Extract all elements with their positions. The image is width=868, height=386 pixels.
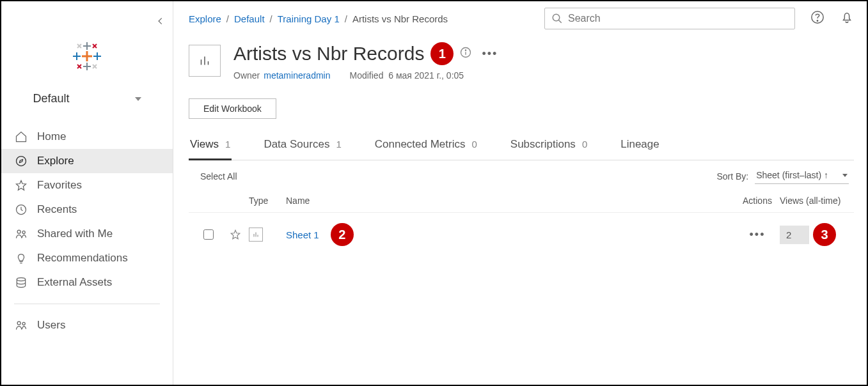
title-line: Artists vs Nbr Records 1 •••	[233, 42, 501, 65]
row-name-link[interactable]: Sheet 1	[286, 229, 319, 240]
nav-users[interactable]: Users	[1, 313, 173, 337]
nav-list-admin: Users	[1, 313, 173, 337]
svg-point-24	[22, 322, 25, 325]
info-icon[interactable]	[460, 47, 471, 61]
owner-link[interactable]: metamineradmin	[264, 70, 330, 81]
workbook-meta: Ownermetamineradmin Modified 6 мая 2021 …	[233, 70, 501, 81]
svg-point-28	[817, 20, 817, 21]
list-header: Type Name Actions Views (all-time)	[189, 189, 854, 212]
search-input[interactable]	[568, 13, 788, 24]
tab-count: 0	[471, 139, 477, 150]
nav-favorites[interactable]: Favorites	[1, 173, 173, 197]
nav-label: Favorites	[37, 179, 82, 192]
nav-label: Home	[37, 130, 66, 143]
annotation-badge-3: 3	[813, 223, 836, 246]
tab-label: Views	[190, 138, 219, 151]
tab-count: 1	[225, 139, 230, 150]
nav-explore[interactable]: Explore	[1, 149, 173, 173]
select-all-link[interactable]: Select All	[194, 171, 237, 181]
help-icon[interactable]	[810, 10, 825, 27]
tab-count: 0	[582, 139, 587, 150]
svg-point-25	[553, 14, 560, 21]
nav-label: External Assets	[37, 276, 112, 289]
row-checkbox[interactable]	[203, 229, 214, 240]
star-icon	[14, 179, 28, 192]
modified-label: Modified	[350, 70, 384, 81]
shared-icon	[14, 228, 28, 240]
breadcrumb-link[interactable]: Explore	[189, 13, 221, 24]
tab-label: Data Sources	[264, 138, 329, 151]
nav-separator	[14, 304, 160, 304]
nav-list: Home Explore Favorites Recents Shared wi…	[1, 125, 173, 295]
tabs: Views1 Data Sources1 Connected Metrics0 …	[189, 138, 854, 160]
nav-label: Shared with Me	[37, 228, 113, 240]
tab-label: Lineage	[620, 138, 659, 151]
clock-icon	[14, 203, 28, 216]
col-name-header: Name	[286, 196, 735, 206]
nav-label: Explore	[37, 155, 74, 167]
nav-recents[interactable]: Recents	[1, 197, 173, 222]
sort-control: Sort By: Sheet (first–last) ↑	[716, 168, 849, 184]
svg-point-34	[466, 50, 466, 50]
nav-label: Recents	[37, 203, 77, 216]
tab-datasources[interactable]: Data Sources1	[262, 138, 342, 160]
more-actions-icon[interactable]: •••	[478, 47, 501, 61]
site-label: Default	[33, 92, 69, 105]
svg-point-22	[17, 278, 25, 281]
nav-recommendations[interactable]: Recommendations	[1, 246, 173, 270]
bulb-icon	[14, 252, 28, 265]
collapse-sidebar-icon[interactable]	[156, 14, 165, 31]
breadcrumb-link[interactable]: Training Day 1	[278, 13, 340, 24]
sort-label: Sort By:	[716, 171, 748, 181]
tab-count: 1	[336, 139, 341, 150]
nav-shared[interactable]: Shared with Me	[1, 222, 173, 246]
nav-external[interactable]: External Assets	[1, 270, 173, 295]
sidebar: Default Home Explore Favorites Recents S…	[1, 1, 173, 385]
col-type-header: Type	[249, 196, 286, 206]
caret-down-icon	[842, 174, 848, 177]
col-actions-header: Actions	[735, 196, 780, 206]
breadcrumb-current: Artists vs Nbr Records	[352, 13, 448, 24]
row-views-value: 2	[780, 226, 809, 244]
caret-down-icon	[135, 97, 141, 101]
svg-point-21	[22, 231, 25, 233]
col-views-header: Views (all-time)	[780, 196, 849, 206]
row-actions-icon[interactable]: •••	[750, 228, 766, 241]
main-content: Explore/ Default/ Training Day 1/ Artist…	[173, 1, 867, 385]
nav-home[interactable]: Home	[1, 125, 173, 149]
tab-label: Connected Metrics	[375, 138, 466, 151]
workbook-header: Artists vs Nbr Records 1 ••• Ownermetami…	[189, 42, 854, 81]
modified-value: 6 мая 2021 г., 0:05	[388, 70, 464, 81]
tab-views[interactable]: Views1	[189, 138, 232, 160]
workbook-thumb-icon	[189, 45, 221, 77]
notifications-icon[interactable]	[840, 10, 854, 27]
svg-point-20	[17, 230, 20, 233]
edit-workbook-button[interactable]: Edit Workbook	[189, 98, 276, 119]
list-controls: Select All Sort By: Sheet (first–last) ↑	[189, 160, 854, 189]
search-icon	[551, 13, 563, 24]
sort-value: Sheet (first–last) ↑	[756, 170, 828, 180]
tab-lineage[interactable]: Lineage	[619, 138, 661, 160]
owner-label: Owner	[233, 70, 260, 81]
topbar-right	[544, 8, 854, 29]
tab-metrics[interactable]: Connected Metrics0	[374, 138, 478, 160]
svg-point-23	[17, 321, 20, 325]
site-picker[interactable]: Default	[14, 92, 160, 105]
users-icon	[14, 319, 28, 332]
database-icon	[14, 276, 28, 289]
tableau-logo	[1, 41, 173, 74]
breadcrumb-link[interactable]: Default	[234, 13, 265, 24]
compass-icon	[14, 155, 28, 167]
annotation-badge-1: 1	[430, 42, 454, 65]
search-box[interactable]	[544, 8, 795, 29]
home-icon	[14, 130, 28, 143]
tab-label: Subscriptions	[510, 138, 576, 151]
view-type-icon	[249, 228, 263, 242]
tab-subscriptions[interactable]: Subscriptions0	[509, 138, 588, 160]
nav-label: Recommendations	[37, 252, 128, 265]
nav-label: Users	[37, 319, 65, 332]
list-row: Sheet 1 2 ••• 2 3	[189, 212, 854, 256]
row-favorite-icon[interactable]	[222, 229, 249, 240]
breadcrumb: Explore/ Default/ Training Day 1/ Artist…	[189, 13, 448, 24]
sort-dropdown[interactable]: Sheet (first–last) ↑	[755, 168, 849, 184]
